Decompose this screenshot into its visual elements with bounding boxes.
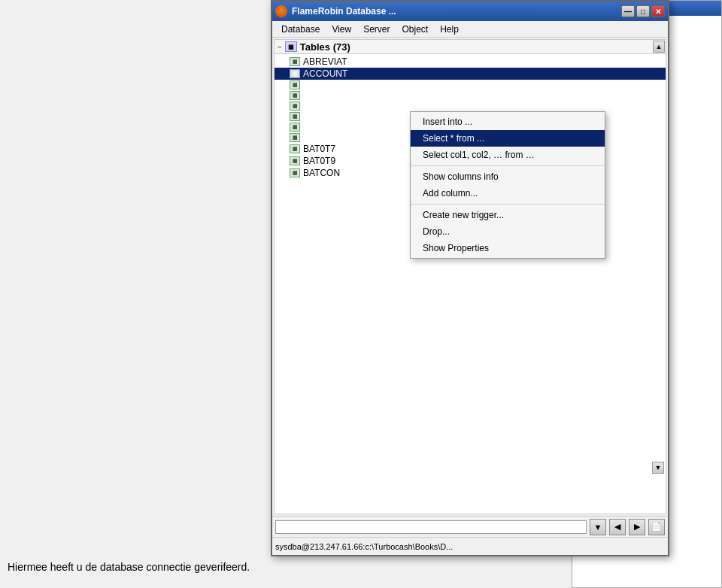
table-icon-e1: ▦: [290, 80, 300, 89]
table-icon-bat0t9: ▦: [290, 156, 300, 165]
nav-forward-button[interactable]: ▶: [629, 519, 645, 535]
table-name-batcon: BATCON: [303, 168, 340, 178]
tree-expand-icon[interactable]: −: [278, 43, 282, 51]
status-bar: sysdba@213.247.61.66:c:\Turbocash\Books\…: [272, 537, 668, 555]
nav-bar: ▼ ◀ ▶ 📄: [272, 516, 668, 537]
bottom-text: Hiermee heeft u de database connectie ge…: [0, 561, 257, 573]
ctx-drop[interactable]: Drop...: [411, 223, 605, 240]
tree-panel: − ▦ Tables (73) ▲ ▦ ABREVIAT ▦ ACCOUNT: [274, 39, 666, 514]
ctx-create-trigger[interactable]: Create new trigger...: [411, 207, 605, 223]
tree-row-empty-2[interactable]: ▦: [275, 90, 666, 101]
tree-group-text: Tables (73): [300, 41, 350, 53]
ctx-insert-into[interactable]: Insert into ...: [411, 114, 605, 130]
title-bar-left: FlameRobin Database ...: [275, 5, 396, 17]
table-name-account: ACCOUNT: [303, 68, 347, 79]
table-icon-e6: ▦: [290, 133, 300, 142]
context-menu: Insert into ... Select * from ... Select…: [410, 111, 605, 259]
nav-down-button[interactable]: ▼: [590, 519, 606, 535]
minimize-button[interactable]: —: [621, 5, 635, 17]
table-name-bat0t9: BAT0T9: [303, 156, 335, 166]
menu-object[interactable]: Object: [396, 23, 435, 36]
tree-row-empty-3[interactable]: ▦: [275, 101, 666, 111]
ctx-select-cols[interactable]: Select col1, col2, … from …: [411, 147, 605, 163]
table-icon-e3: ▦: [290, 102, 300, 111]
table-icon-e4: ▦: [290, 112, 300, 121]
window-title: FlameRobin Database ...: [292, 6, 396, 17]
menu-server[interactable]: Server: [357, 23, 396, 36]
title-buttons: — □ ✕: [621, 5, 665, 17]
table-name-bat0t7: BAT0T7: [303, 144, 335, 154]
tree-header: − ▦ Tables (73) ▲: [275, 40, 666, 54]
table-icon-abreviat: ▦: [290, 57, 300, 66]
menu-help[interactable]: Help: [434, 23, 465, 36]
flamerobin-icon: [275, 5, 287, 17]
ctx-show-properties[interactable]: Show Properties: [411, 240, 605, 256]
status-text: sysdba@213.247.61.66:c:\Turbocash\Books\…: [275, 542, 453, 551]
table-icon-bat0t7: ▦: [290, 144, 300, 153]
tree-row-empty-1[interactable]: ▦: [275, 80, 666, 90]
table-name-abreviat: ABREVIAT: [303, 56, 347, 67]
tree-row-abreviat[interactable]: ▦ ABREVIAT: [275, 56, 666, 68]
table-icon-e5: ▦: [290, 123, 300, 132]
ctx-select-from[interactable]: Select * from ...: [411, 130, 605, 147]
main-content: − ▦ Tables (73) ▲ ▦ ABREVIAT ▦ ACCOUNT: [272, 38, 668, 516]
menu-bar: Database View Server Object Help: [272, 21, 668, 38]
nav-back-button[interactable]: ◀: [609, 519, 626, 535]
nav-page-button[interactable]: 📄: [648, 519, 665, 535]
menu-database[interactable]: Database: [275, 23, 326, 36]
tree-row-account[interactable]: ▦ ACCOUNT: [275, 68, 666, 80]
maximize-button[interactable]: □: [636, 5, 650, 17]
close-button[interactable]: ✕: [651, 5, 665, 17]
tree-group-label: − ▦ Tables (73): [275, 41, 353, 53]
tree-scroll-down[interactable]: ▼: [652, 462, 664, 474]
ctx-add-column[interactable]: Add column...: [411, 185, 605, 202]
table-icon-e2: ▦: [290, 91, 300, 100]
title-bar: FlameRobin Database ... — □ ✕: [272, 2, 668, 21]
ctx-separator-2: [411, 204, 605, 205]
ctx-show-columns[interactable]: Show columns info: [411, 168, 605, 185]
tree-db-icon: ▦: [285, 41, 297, 52]
ctx-separator-1: [411, 165, 605, 166]
table-icon-account: ▦: [290, 69, 300, 78]
nav-input[interactable]: [275, 520, 587, 534]
menu-view[interactable]: View: [326, 23, 357, 36]
table-icon-batcon: ▦: [290, 168, 300, 177]
app-window: FlameRobin Database ... — □ ✕ Database V…: [271, 0, 669, 556]
